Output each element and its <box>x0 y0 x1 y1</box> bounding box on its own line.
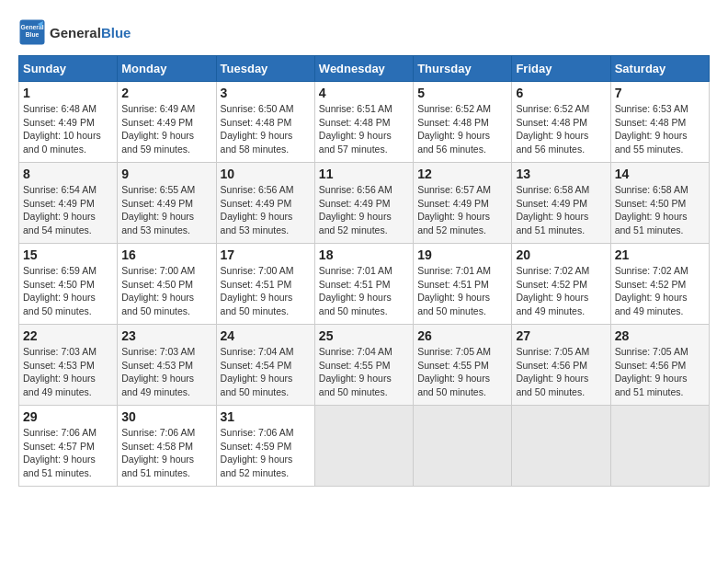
day-number: 31 <box>221 409 311 424</box>
day-info: Sunrise: 7:01 AMSunset: 4:51 PMDaylight:… <box>417 264 507 318</box>
day-info: Sunrise: 7:04 AMSunset: 4:54 PMDaylight:… <box>221 345 311 399</box>
calendar-cell: 5Sunrise: 6:52 AMSunset: 4:48 PMDaylight… <box>414 82 512 163</box>
day-info: Sunrise: 6:57 AMSunset: 4:49 PMDaylight:… <box>417 183 507 237</box>
calendar-header-friday: Friday <box>512 56 610 82</box>
day-info: Sunrise: 6:52 AMSunset: 4:48 PMDaylight:… <box>516 102 606 156</box>
day-info: Sunrise: 6:58 AMSunset: 4:49 PMDaylight:… <box>516 183 606 237</box>
day-info: Sunrise: 7:05 AMSunset: 4:56 PMDaylight:… <box>615 345 705 399</box>
calendar-header-sunday: Sunday <box>19 56 118 82</box>
calendar-cell: 16Sunrise: 7:00 AMSunset: 4:50 PMDayligh… <box>118 244 216 325</box>
day-number: 3 <box>221 86 311 100</box>
day-number: 21 <box>615 247 705 262</box>
calendar-header-wednesday: Wednesday <box>314 56 413 82</box>
day-number: 24 <box>221 328 311 343</box>
day-number: 6 <box>516 86 606 100</box>
calendar-cell: 17Sunrise: 7:00 AMSunset: 4:51 PMDayligh… <box>216 244 314 325</box>
day-info: Sunrise: 7:03 AMSunset: 4:53 PMDaylight:… <box>23 345 113 399</box>
day-number: 18 <box>319 247 409 262</box>
day-number: 8 <box>23 167 113 181</box>
svg-text:Blue: Blue <box>26 31 40 38</box>
day-info: Sunrise: 7:05 AMSunset: 4:56 PMDaylight:… <box>516 345 606 399</box>
day-number: 11 <box>319 167 409 181</box>
calendar-header: SundayMondayTuesdayWednesdayThursdayFrid… <box>19 56 710 82</box>
calendar-cell: 21Sunrise: 7:02 AMSunset: 4:52 PMDayligh… <box>610 244 709 325</box>
day-info: Sunrise: 6:50 AMSunset: 4:48 PMDaylight:… <box>221 102 311 156</box>
calendar-cell: 13Sunrise: 6:58 AMSunset: 4:49 PMDayligh… <box>512 163 610 244</box>
calendar-cell: 24Sunrise: 7:04 AMSunset: 4:54 PMDayligh… <box>216 325 314 406</box>
calendar-cell: 26Sunrise: 7:05 AMSunset: 4:55 PMDayligh… <box>414 325 512 406</box>
day-info: Sunrise: 7:04 AMSunset: 4:55 PMDaylight:… <box>319 345 409 399</box>
day-info: Sunrise: 6:56 AMSunset: 4:49 PMDaylight:… <box>319 183 409 237</box>
day-info: Sunrise: 7:05 AMSunset: 4:55 PMDaylight:… <box>417 345 507 399</box>
day-info: Sunrise: 6:53 AMSunset: 4:48 PMDaylight:… <box>615 102 705 156</box>
day-number: 25 <box>319 328 409 343</box>
calendar-table: SundayMondayTuesdayWednesdayThursdayFrid… <box>18 55 710 487</box>
calendar-cell <box>512 406 610 487</box>
day-info: Sunrise: 6:55 AMSunset: 4:49 PMDaylight:… <box>121 183 211 237</box>
day-number: 1 <box>23 86 113 100</box>
day-number: 30 <box>121 409 211 424</box>
calendar-header-saturday: Saturday <box>610 56 709 82</box>
calendar-cell: 19Sunrise: 7:01 AMSunset: 4:51 PMDayligh… <box>414 244 512 325</box>
calendar-cell: 3Sunrise: 6:50 AMSunset: 4:48 PMDaylight… <box>216 82 314 163</box>
day-number: 5 <box>417 86 507 100</box>
day-number: 2 <box>121 86 211 100</box>
calendar-cell: 18Sunrise: 7:01 AMSunset: 4:51 PMDayligh… <box>314 244 413 325</box>
day-number: 14 <box>615 167 705 181</box>
day-info: Sunrise: 7:02 AMSunset: 4:52 PMDaylight:… <box>516 264 606 318</box>
logo-text: GeneralBlue <box>50 25 131 40</box>
calendar-cell: 6Sunrise: 6:52 AMSunset: 4:48 PMDaylight… <box>512 82 610 163</box>
day-number: 23 <box>121 328 211 343</box>
day-number: 12 <box>417 167 507 181</box>
calendar-cell: 15Sunrise: 6:59 AMSunset: 4:50 PMDayligh… <box>19 244 118 325</box>
day-info: Sunrise: 6:58 AMSunset: 4:50 PMDaylight:… <box>615 183 705 237</box>
logo-icon: General Blue <box>18 18 46 46</box>
day-number: 7 <box>615 86 705 100</box>
calendar-cell: 8Sunrise: 6:54 AMSunset: 4:49 PMDaylight… <box>19 163 118 244</box>
calendar-cell: 9Sunrise: 6:55 AMSunset: 4:49 PMDaylight… <box>118 163 216 244</box>
day-number: 4 <box>319 86 409 100</box>
day-number: 17 <box>221 247 311 262</box>
calendar-header-tuesday: Tuesday <box>216 56 314 82</box>
day-info: Sunrise: 7:06 AMSunset: 4:59 PMDaylight:… <box>221 426 311 480</box>
day-info: Sunrise: 7:02 AMSunset: 4:52 PMDaylight:… <box>615 264 705 318</box>
calendar-cell: 12Sunrise: 6:57 AMSunset: 4:49 PMDayligh… <box>414 163 512 244</box>
day-number: 20 <box>516 247 606 262</box>
calendar-header-monday: Monday <box>118 56 216 82</box>
day-info: Sunrise: 6:52 AMSunset: 4:48 PMDaylight:… <box>417 102 507 156</box>
calendar-cell <box>610 406 709 487</box>
calendar-cell: 31Sunrise: 7:06 AMSunset: 4:59 PMDayligh… <box>216 406 314 487</box>
calendar-cell: 23Sunrise: 7:03 AMSunset: 4:53 PMDayligh… <box>118 325 216 406</box>
day-number: 10 <box>221 167 311 181</box>
day-number: 27 <box>516 328 606 343</box>
calendar-cell: 30Sunrise: 7:06 AMSunset: 4:58 PMDayligh… <box>118 406 216 487</box>
day-info: Sunrise: 6:48 AMSunset: 4:49 PMDaylight:… <box>23 102 113 156</box>
day-info: Sunrise: 7:03 AMSunset: 4:53 PMDaylight:… <box>121 345 211 399</box>
day-info: Sunrise: 6:59 AMSunset: 4:50 PMDaylight:… <box>23 264 113 318</box>
calendar-cell: 28Sunrise: 7:05 AMSunset: 4:56 PMDayligh… <box>610 325 709 406</box>
calendar-cell: 2Sunrise: 6:49 AMSunset: 4:49 PMDaylight… <box>118 82 216 163</box>
day-number: 28 <box>615 328 705 343</box>
day-info: Sunrise: 6:54 AMSunset: 4:49 PMDaylight:… <box>23 183 113 237</box>
day-info: Sunrise: 7:06 AMSunset: 4:57 PMDaylight:… <box>23 426 113 480</box>
day-info: Sunrise: 7:01 AMSunset: 4:51 PMDaylight:… <box>319 264 409 318</box>
day-number: 9 <box>121 167 211 181</box>
day-info: Sunrise: 7:00 AMSunset: 4:51 PMDaylight:… <box>221 264 311 318</box>
calendar-cell: 1Sunrise: 6:48 AMSunset: 4:49 PMDaylight… <box>19 82 118 163</box>
calendar-cell: 27Sunrise: 7:05 AMSunset: 4:56 PMDayligh… <box>512 325 610 406</box>
calendar-cell: 10Sunrise: 6:56 AMSunset: 4:49 PMDayligh… <box>216 163 314 244</box>
day-number: 13 <box>516 167 606 181</box>
calendar-cell <box>414 406 512 487</box>
day-info: Sunrise: 6:51 AMSunset: 4:48 PMDaylight:… <box>319 102 409 156</box>
day-number: 26 <box>417 328 507 343</box>
day-info: Sunrise: 6:56 AMSunset: 4:49 PMDaylight:… <box>221 183 311 237</box>
day-info: Sunrise: 7:06 AMSunset: 4:58 PMDaylight:… <box>121 426 211 480</box>
calendar-cell: 11Sunrise: 6:56 AMSunset: 4:49 PMDayligh… <box>314 163 413 244</box>
day-number: 19 <box>417 247 507 262</box>
calendar-cell: 4Sunrise: 6:51 AMSunset: 4:48 PMDaylight… <box>314 82 413 163</box>
calendar-cell: 7Sunrise: 6:53 AMSunset: 4:48 PMDaylight… <box>610 82 709 163</box>
calendar-cell <box>314 406 413 487</box>
header: General Blue GeneralBlue <box>18 18 710 46</box>
day-info: Sunrise: 7:00 AMSunset: 4:50 PMDaylight:… <box>121 264 211 318</box>
day-number: 15 <box>23 247 113 262</box>
